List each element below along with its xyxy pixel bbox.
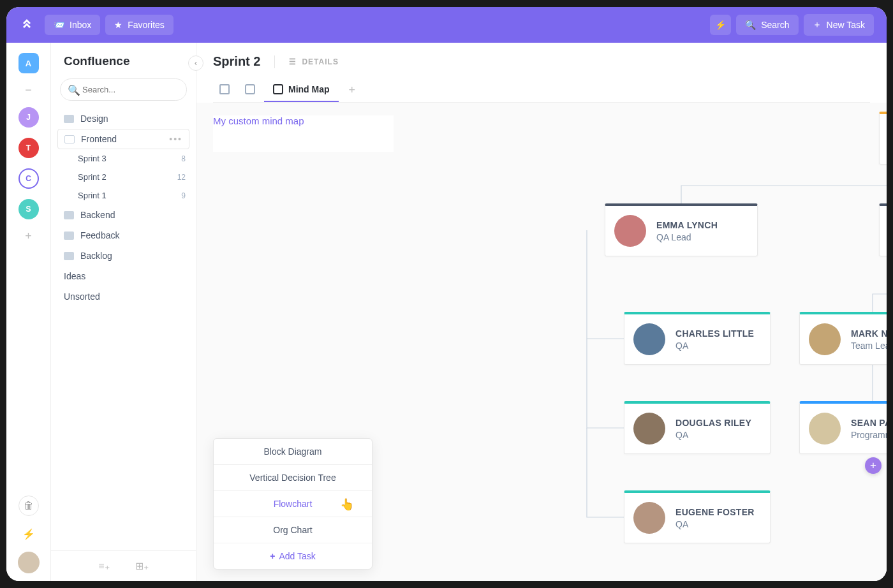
- card-name: MARK NICHOLS: [851, 328, 887, 339]
- search-icon: 🔍: [745, 20, 756, 30]
- user-avatar-t[interactable]: T: [18, 138, 39, 158]
- sidebar-item-frontend[interactable]: Frontend•••: [57, 129, 189, 149]
- inbox-label: Inbox: [70, 20, 91, 30]
- folder-icon: [64, 115, 74, 123]
- org-card-emma[interactable]: EMMA LYNCHQA Lead: [605, 203, 758, 256]
- sidebar-item-label: Backend: [80, 210, 115, 220]
- avatar: [809, 323, 841, 355]
- sidebar-item-design[interactable]: Design: [51, 108, 196, 129]
- add-node-button[interactable]: +: [865, 457, 882, 474]
- search-label: Search: [761, 20, 789, 30]
- popup-add-task[interactable]: Add Task: [214, 543, 372, 569]
- sidebar-item-sprint3[interactable]: Sprint 38: [51, 149, 196, 168]
- trash-icon[interactable]: 🗑: [18, 496, 39, 516]
- sidebar-item-label: Unsorted: [64, 291, 100, 302]
- org-card-eugene[interactable]: EUGENE FOSTERQA: [624, 490, 771, 543]
- diagram-type-popup: Block Diagram Vertical Decision Tree Flo…: [213, 438, 373, 570]
- org-card-douglas[interactable]: DOUGLAS RILEYQA: [624, 401, 771, 454]
- folder-icon: [64, 211, 74, 219]
- logo-icon[interactable]: [14, 12, 40, 38]
- page-title: Sprint 2: [213, 54, 260, 69]
- sidebar-item-backlog[interactable]: Backlog: [51, 246, 196, 266]
- current-user-avatar[interactable]: [18, 552, 40, 573]
- sidebar: Confluence ‹ 🔍 Design Frontend••• Sprint…: [51, 43, 196, 581]
- sidebar-collapse-button[interactable]: ‹: [188, 55, 203, 71]
- search-button[interactable]: 🔍Search: [736, 15, 798, 35]
- folder-icon: [64, 252, 74, 260]
- count-badge: 12: [177, 173, 186, 182]
- avatar: [614, 215, 646, 247]
- popup-item-block-diagram[interactable]: Block Diagram: [214, 439, 372, 465]
- sidebar-item-label: Design: [80, 114, 108, 124]
- sidebar-item-label: Frontend: [81, 134, 117, 144]
- breadcrumb[interactable]: My custom mind map: [213, 115, 394, 152]
- org-card-sean[interactable]: SEAN PARKERProgrammer: [799, 401, 887, 454]
- favorites-label: Favorites: [128, 20, 165, 30]
- collapse-icon[interactable]: −: [25, 84, 32, 97]
- user-avatar-c[interactable]: C: [18, 168, 39, 189]
- sidebar-item-label: Backlog: [80, 251, 112, 261]
- card-name: EUGENE FOSTER: [675, 507, 755, 517]
- popup-label: Flowchart: [274, 499, 313, 509]
- cursor-icon: 👆: [340, 497, 354, 511]
- list-icon: ☰: [289, 57, 297, 66]
- sidebar-item-unsorted[interactable]: Unsorted: [51, 286, 196, 307]
- user-avatar-s[interactable]: S: [18, 199, 39, 219]
- sidebar-item-feedback[interactable]: Feedback: [51, 225, 196, 246]
- avatar: [809, 413, 841, 445]
- add-folder-icon[interactable]: ⊞₊: [135, 560, 149, 572]
- search-icon: 🔍: [68, 84, 80, 96]
- avatar: [633, 323, 665, 355]
- avatar: [633, 502, 665, 534]
- workspace-rail: A − J T C S + 🗑 ⚡: [6, 43, 51, 581]
- folder-open-icon: [64, 135, 75, 143]
- user-avatar-j[interactable]: J: [18, 107, 39, 128]
- card-role: QA: [675, 519, 755, 529]
- sidebar-item-label: Ideas: [64, 271, 85, 281]
- bolt-button[interactable]: ⚡: [710, 15, 731, 35]
- org-card-ceo[interactable]: HENRY BENNETTChairman & CEO: [879, 112, 887, 165]
- popup-item-vertical-tree[interactable]: Vertical Decision Tree: [214, 465, 372, 491]
- tab-list[interactable]: [213, 78, 236, 102]
- avatar: [633, 413, 665, 445]
- popup-item-flowchart[interactable]: Flowchart👆: [214, 491, 372, 517]
- add-list-icon[interactable]: ≡₊: [98, 560, 109, 572]
- sidebar-item-label: Sprint 2: [78, 172, 107, 182]
- tab-mindmap[interactable]: Mind Map: [264, 78, 339, 102]
- bolt-icon[interactable]: ⚡: [18, 524, 39, 544]
- count-badge: 9: [181, 191, 186, 200]
- details-label: DETAILS: [302, 57, 338, 66]
- card-role: Programmer: [851, 430, 887, 440]
- sidebar-item-sprint2[interactable]: Sprint 212: [51, 168, 196, 186]
- sidebar-item-ideas[interactable]: Ideas: [51, 266, 196, 286]
- card-name: SEAN PARKER: [851, 418, 887, 428]
- sidebar-item-backend[interactable]: Backend: [51, 205, 196, 225]
- add-user-button[interactable]: +: [25, 230, 32, 243]
- list-view-icon: [219, 84, 230, 94]
- view-tabs: Mind Map +: [213, 78, 870, 103]
- card-name: DOUGLAS RILEY: [675, 418, 751, 428]
- sidebar-item-label: Sprint 3: [78, 154, 107, 163]
- org-card-jerry[interactable]: JERRY WAGNERTechnical Director: [879, 203, 887, 256]
- details-button[interactable]: ☰DETAILS: [289, 57, 338, 66]
- sidebar-item-label: Sprint 1: [78, 191, 107, 200]
- card-role: QA: [675, 430, 751, 440]
- new-task-button[interactable]: ＋New Task: [804, 14, 874, 36]
- mindmap-canvas[interactable]: My custom mind map: [196, 103, 887, 581]
- sidebar-item-label: Feedback: [80, 230, 119, 240]
- org-card-mark[interactable]: MARK NICHOLSTeam Lead: [799, 312, 887, 365]
- card-name: EMMA LYNCH: [656, 220, 718, 230]
- sidebar-search: 🔍: [60, 78, 187, 101]
- popup-item-org-chart[interactable]: Org Chart: [214, 517, 372, 543]
- sidebar-item-sprint1[interactable]: Sprint 19: [51, 186, 196, 205]
- favorites-button[interactable]: ★Favorites: [105, 15, 173, 35]
- new-task-label: New Task: [827, 20, 865, 30]
- inbox-button[interactable]: 📨Inbox: [45, 15, 100, 35]
- add-view-button[interactable]: +: [341, 78, 364, 102]
- star-icon: ★: [114, 20, 122, 30]
- tab-board[interactable]: [239, 78, 262, 102]
- plus-icon: ＋: [813, 19, 822, 31]
- org-card-charles[interactable]: CHARLES LITTLEQA: [624, 312, 771, 365]
- workspace-avatar[interactable]: A: [18, 53, 39, 73]
- more-icon[interactable]: •••: [169, 134, 182, 144]
